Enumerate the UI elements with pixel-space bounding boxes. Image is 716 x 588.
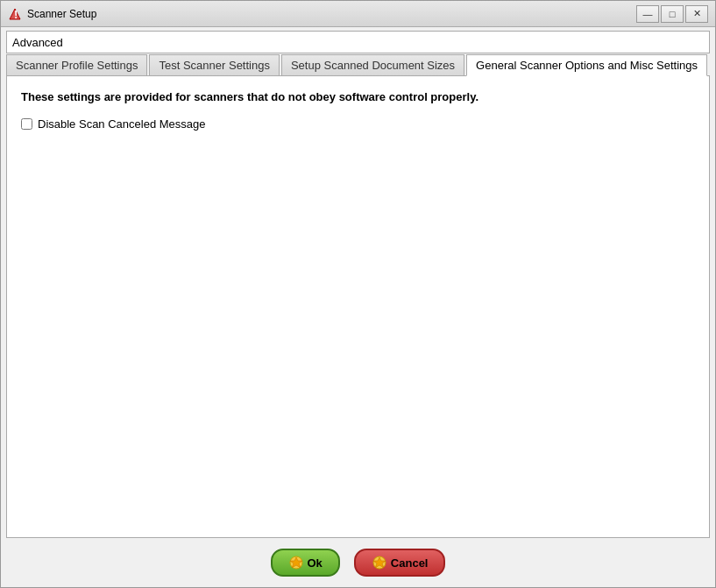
cancel-icon [372,555,387,570]
breadcrumb-text: Advanced [12,36,63,49]
scanner-setup-window: ! Scanner Setup — □ ✕ Advanced Scanner P… [0,0,716,588]
tab-test-scanner[interactable]: Test Scanner Settings [149,54,279,76]
close-button[interactable]: ✕ [685,5,708,23]
ok-label: Ok [308,556,323,570]
footer: Ok Cancel [1,538,715,587]
ok-icon [288,555,304,570]
disable-scan-row: Disable Scan Canceled Message [21,117,695,131]
breadcrumb-bar: Advanced [6,31,710,53]
content-area: These settings are provided for scanners… [6,75,710,538]
ok-button[interactable]: Ok [271,549,340,577]
disable-scan-label[interactable]: Disable Scan Canceled Message [38,117,206,131]
tab-scanner-profile[interactable]: Scanner Profile Settings [6,54,147,76]
cancel-label: Cancel [391,556,429,570]
window-icon: ! [8,7,22,21]
svg-text:!: ! [14,8,18,21]
disable-scan-checkbox[interactable] [21,118,32,130]
info-text: These settings are provided for scanners… [21,90,695,103]
maximize-button[interactable]: □ [661,5,684,23]
title-bar: ! Scanner Setup — □ ✕ [1,1,715,27]
window-controls: — □ ✕ [636,5,708,23]
window-title: Scanner Setup [27,8,636,20]
tab-setup-scanned[interactable]: Setup Scanned Document Sizes [281,54,464,76]
minimize-button[interactable]: — [636,5,659,23]
cancel-button[interactable]: Cancel [354,549,446,577]
tab-general-options[interactable]: General Scanner Options and Misc Setting… [466,54,707,76]
tabs-container: Scanner Profile Settings Test Scanner Se… [6,54,710,76]
